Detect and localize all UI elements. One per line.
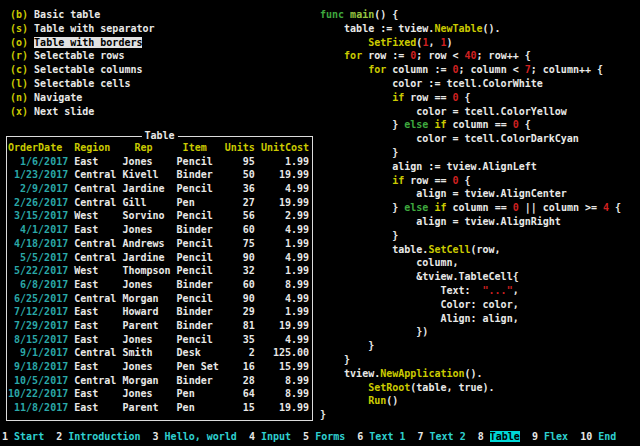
table-cell: 1/6/2017 — [8, 156, 74, 167]
code-segment: table := tview. — [320, 23, 434, 34]
slide-tab-flex[interactable]: 9 Flex — [532, 431, 568, 442]
slide-tab-hello-world[interactable]: 3 Hello, world — [153, 431, 237, 442]
menu-item[interactable]: (c) Selectable columns — [10, 63, 155, 77]
table-cell: 90 — [225, 252, 261, 263]
table-header-cell: Region — [74, 142, 122, 153]
slide-tab-label: Table — [490, 431, 520, 442]
code-line: }) — [320, 325, 621, 339]
slide-tab-label: Text 1 — [369, 431, 405, 442]
code-segment: ; column++ { — [531, 64, 603, 75]
table-cell: 4/1/2017 — [8, 224, 74, 235]
code-segment: column == — [446, 202, 512, 213]
table-cell: 5/22/2017 — [8, 265, 74, 276]
slide-tab-forms[interactable]: 5 Forms — [303, 431, 345, 442]
code-segment — [320, 37, 368, 48]
code-segment: func — [320, 9, 350, 20]
menu-item[interactable]: (x) Next slide — [10, 105, 155, 119]
table-cell: Pencil — [177, 334, 225, 345]
code-segment: else — [404, 119, 428, 130]
code-segment: { — [609, 202, 621, 213]
table-row: 8/15/2017 East Jones Pencil 35 4.99 — [8, 333, 311, 347]
slide-tab-text-2[interactable]: 7 Text 2 — [418, 431, 466, 442]
slide-tab-number: 9 — [532, 431, 544, 442]
table-cell: 81 — [225, 320, 261, 331]
menu-item-label: Basic table — [34, 9, 100, 20]
code-line: table := tview.NewTable(). — [320, 22, 621, 36]
slide-tab-input[interactable]: 4 Input — [249, 431, 291, 442]
table-cell: Smith — [122, 347, 176, 358]
code-segment: color = tcell.ColorDarkCyan — [320, 133, 579, 144]
table-row: 3/15/2017 West Sorvino Pencil 56 2.99 — [8, 209, 311, 223]
code-segment: (). — [483, 23, 501, 34]
code-segment — [320, 175, 392, 186]
menu-item[interactable]: (l) Selectable cells — [10, 77, 155, 91]
slide-tab-text-1[interactable]: 6 Text 1 — [357, 431, 405, 442]
slide-tab-introduction[interactable]: 2 Introduction — [56, 431, 140, 442]
menu-item[interactable]: (r) Selectable rows — [10, 49, 155, 63]
table-cell: Pen Set — [177, 361, 225, 372]
menu-item[interactable]: (s) Table with separator — [10, 22, 155, 36]
code-segment: tview. — [320, 368, 380, 379]
menu-item[interactable]: (o) Table with borders — [10, 36, 155, 50]
table-row: 5/22/2017 West Thompson Pencil 32 1.99 — [8, 264, 311, 278]
table-row: 1/23/2017 Central Kivell Binder 50 19.99 — [8, 168, 311, 182]
slide-tab-start[interactable]: 1 Start — [2, 431, 44, 442]
menu-shortcut-key: (r) — [10, 50, 34, 61]
code-segment: table. — [320, 244, 428, 255]
code-segment: } — [320, 119, 404, 130]
slide-tab-number: 8 — [478, 431, 490, 442]
code-segment: "..." — [483, 285, 513, 296]
table-cell: Desk — [177, 347, 225, 358]
table-header-cell: Rep — [122, 142, 176, 153]
table-cell: Central — [74, 252, 122, 263]
table-cell: Central — [74, 183, 122, 194]
code-segment: if — [434, 202, 446, 213]
code-segment: ; row++ { — [477, 50, 531, 61]
code-segment: { — [459, 92, 471, 103]
table-cell: 125.00 — [261, 347, 309, 358]
code-segment: { — [519, 119, 531, 130]
table-cell: 7/29/2017 — [8, 320, 74, 331]
table-cell: Jardine — [122, 183, 176, 194]
table-cell: Gill — [122, 197, 176, 208]
code-line: &tview.TableCell{ — [320, 270, 621, 284]
table-cell: 6/25/2017 — [8, 293, 74, 304]
table-cell: 8.99 — [261, 279, 309, 290]
slide-tab-end[interactable]: 10 End — [580, 431, 616, 442]
table-row: 2/26/2017 Central Gill Pen 27 19.99 — [8, 196, 311, 210]
code-segment: , — [513, 285, 519, 296]
table-cell: 19.99 — [261, 402, 309, 413]
table-cell: Binder — [177, 279, 225, 290]
slide-tab-label: End — [598, 431, 616, 442]
code-segment: (row, — [471, 244, 501, 255]
code-segment: column, — [320, 257, 458, 268]
table-cell: Jones — [122, 334, 176, 345]
code-line: } — [320, 408, 621, 422]
slide-tab-table[interactable]: 8 Table — [478, 431, 520, 442]
menu-item[interactable]: (n) Navigate — [10, 91, 155, 105]
table-cell: Pen — [177, 402, 225, 413]
code-segment: SetRoot — [368, 382, 410, 393]
menu-item[interactable]: (b) Basic table — [10, 8, 155, 22]
table-cell: 4.99 — [261, 334, 309, 345]
table-cell: Binder — [177, 306, 225, 317]
table-cell: Binder — [177, 169, 225, 180]
table-cell: 8.99 — [261, 375, 309, 386]
code-segment — [320, 50, 344, 61]
slide-tab-label: Input — [261, 431, 291, 442]
table-row: 10/5/2017 Central Morgan Binder 28 8.99 — [8, 374, 311, 388]
slide-tab-label: Hello, world — [165, 431, 237, 442]
code-segment: if — [392, 92, 404, 103]
slide-status-bar: 1 Start 2 Introduction 3 Hello, world 4 … — [2, 429, 616, 444]
table-row: 9/1/2017 Central Smith Desk 2 125.00 — [8, 346, 311, 360]
table-cell: 19.99 — [261, 320, 309, 331]
table-cell: West — [74, 210, 122, 221]
table-cell: East — [74, 306, 122, 317]
code-segment: align = tview.AlignCenter — [320, 188, 567, 199]
slide-tab-label: Introduction — [68, 431, 140, 442]
table-cell: Howard — [122, 306, 176, 317]
table-cell: 2/9/2017 — [8, 183, 74, 194]
code-line: tview.NewApplication(). — [320, 367, 621, 381]
code-segment — [320, 395, 368, 406]
code-segment: 40 — [465, 50, 477, 61]
